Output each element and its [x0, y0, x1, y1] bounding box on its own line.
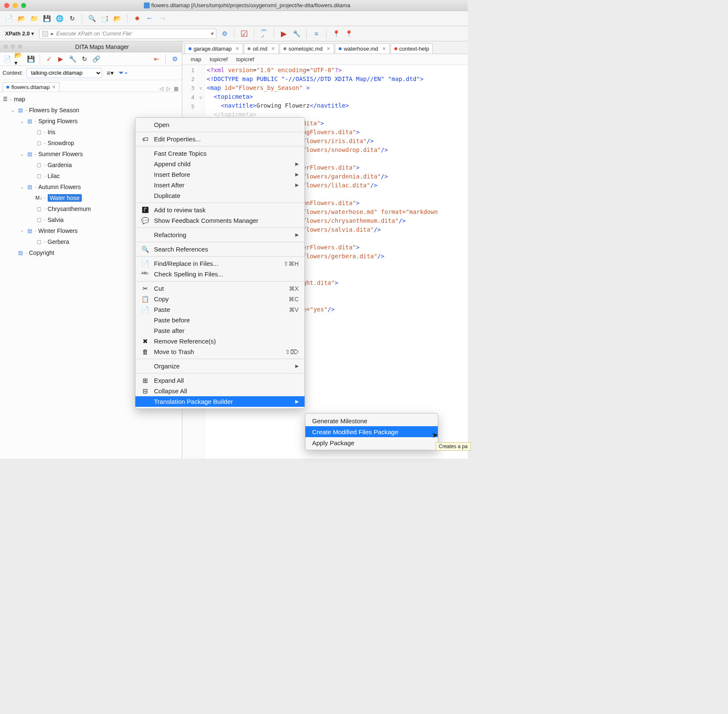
- submenu-item[interactable]: Generate Milestone: [305, 415, 438, 426]
- minimize-window-icon[interactable]: [13, 3, 18, 8]
- breadcrumb-item[interactable]: topicref: [236, 56, 254, 62]
- menu-item[interactable]: Translation Package Builder▶: [135, 396, 305, 407]
- tab-prev-icon[interactable]: ◁: [159, 86, 163, 92]
- context-funnel-icon[interactable]: ⏷▾: [118, 68, 127, 78]
- editor-tab[interactable]: oil.md✕: [244, 43, 279, 54]
- xpath-input[interactable]: ▸ Execute XPath on 'Current File' ▾: [39, 29, 216, 39]
- zoom-window-icon[interactable]: [21, 3, 26, 8]
- validate-map-icon[interactable]: ✓: [44, 54, 54, 64]
- panel-dot-icon[interactable]: [18, 44, 22, 49]
- close-tab-icon[interactable]: ✕: [271, 46, 275, 51]
- menu-item[interactable]: Insert Before▶: [135, 169, 305, 180]
- new-map-icon[interactable]: 📄: [3, 54, 12, 64]
- topic-icon: ▢: [35, 129, 42, 135]
- run-map-icon[interactable]: ▶: [56, 54, 65, 64]
- menu-item[interactable]: Paste after: [135, 325, 305, 336]
- editor-tab[interactable]: garage.ditamap✕: [185, 43, 243, 54]
- menu-item[interactable]: Insert After▶: [135, 180, 305, 190]
- menu-icon: 📄: [141, 260, 149, 268]
- open-url-icon[interactable]: 📁: [30, 14, 39, 23]
- expand-icon[interactable]: ⌄: [19, 185, 24, 189]
- expand-icon[interactable]: ⌄: [19, 152, 24, 157]
- find-replace-icon[interactable]: 📑: [100, 14, 109, 23]
- menu-item[interactable]: 📄Paste⌘V: [135, 304, 305, 315]
- spellcheck-icon[interactable]: ᴬᴮᶜ✓: [259, 29, 269, 38]
- menu-item[interactable]: Fast Create Topics: [135, 148, 305, 159]
- panel-dot-icon[interactable]: [11, 44, 15, 49]
- menu-item[interactable]: 🏷Edit Properties...: [135, 134, 305, 144]
- expand-icon[interactable]: ⌄: [10, 108, 15, 113]
- menu-item[interactable]: 💬Show Feedback Comments Manager: [135, 215, 305, 226]
- menu-item[interactable]: 📋Copy⌘C: [135, 294, 305, 304]
- open-folder-icon[interactable]: 📂: [17, 14, 26, 23]
- bookmark-icon[interactable]: ✹: [132, 14, 142, 23]
- close-window-icon[interactable]: [4, 3, 9, 8]
- panel-settings-icon[interactable]: ⚙: [170, 54, 179, 64]
- menu-item[interactable]: 🔍Search References: [135, 244, 305, 254]
- editor-tab[interactable]: waterhose.md✕: [335, 43, 390, 54]
- close-tab-icon[interactable]: ✕: [382, 46, 386, 51]
- window-titlebar: flowers.ditamap [/Users/tomjoht/projects…: [0, 0, 468, 11]
- menu-item[interactable]: ᴬᴮᶜCheck Spelling in Files...: [135, 269, 305, 279]
- tree-root[interactable]: ☰-map: [1, 94, 181, 105]
- close-tab-icon[interactable]: ✕: [326, 46, 330, 51]
- new-file-icon[interactable]: 📄: [4, 14, 13, 23]
- submenu-item[interactable]: Apply Package: [305, 437, 438, 448]
- pin-green-icon[interactable]: 📍: [344, 29, 353, 38]
- breadcrumb-item[interactable]: topicref: [210, 56, 228, 62]
- tab-next-icon[interactable]: ▷: [167, 86, 170, 92]
- expand-icon[interactable]: ⌄: [19, 119, 24, 124]
- gear-icon[interactable]: ⚙: [220, 29, 229, 38]
- xpath-version-selector[interactable]: XPath 2.0 ▾: [3, 30, 36, 38]
- close-tab-icon[interactable]: ✕: [235, 46, 239, 51]
- tab-status-icon: [283, 47, 286, 50]
- tree-node[interactable]: ⌄▤-Flowers by Season: [1, 105, 181, 116]
- menu-item[interactable]: ✂Cut⌘X: [135, 283, 305, 294]
- menu-item[interactable]: Organize▶: [135, 361, 305, 371]
- config-map-icon[interactable]: 🔧: [68, 54, 77, 64]
- expand-icon[interactable]: ›: [19, 229, 24, 233]
- context-filter-icon[interactable]: ≡▾: [105, 68, 115, 78]
- submenu-item[interactable]: Create Modified Files Package: [305, 426, 438, 437]
- link-map-icon[interactable]: 🔗: [92, 54, 101, 64]
- editor-tab[interactable]: sometopic.md✕: [280, 43, 334, 54]
- save-map-icon[interactable]: 💾: [26, 54, 35, 64]
- configure-transform-icon[interactable]: 🔧: [292, 29, 301, 38]
- menu-item[interactable]: Refactoring▶: [135, 230, 305, 240]
- reload-icon[interactable]: ↻: [67, 14, 77, 23]
- menu-item[interactable]: 🅵Add to review task: [135, 205, 305, 215]
- run-transform-icon[interactable]: ▶: [279, 29, 289, 38]
- menu-item[interactable]: Open: [135, 119, 305, 130]
- menu-item[interactable]: ✖Remove Reference(s): [135, 336, 305, 346]
- save-icon[interactable]: 💾: [42, 14, 51, 23]
- close-tab-icon[interactable]: ✕: [52, 84, 56, 90]
- pin-red-icon[interactable]: 📍: [332, 29, 341, 38]
- browse-icon[interactable]: 📂: [113, 14, 122, 23]
- indent-icon[interactable]: ≡: [312, 29, 321, 38]
- panel-dot-icon[interactable]: [3, 44, 8, 49]
- menu-item[interactable]: Paste before: [135, 315, 305, 325]
- tab-list-icon[interactable]: ▦: [174, 86, 178, 92]
- context-select[interactable]: talking-circle.ditamap: [26, 68, 102, 78]
- tab-status-icon: [339, 47, 342, 50]
- tab-status-icon: [189, 47, 191, 50]
- menu-item[interactable]: ⊞Expand All: [135, 375, 305, 386]
- refresh-map-icon[interactable]: ↻: [80, 54, 89, 64]
- forward-icon[interactable]: →: [158, 14, 167, 23]
- validate-icon[interactable]: ☑: [240, 29, 249, 38]
- breadcrumb[interactable]: maptopicreftopicref: [182, 54, 468, 65]
- menu-item[interactable]: Duplicate: [135, 190, 305, 201]
- search-icon[interactable]: 🔍: [87, 14, 97, 23]
- menu-item[interactable]: 🗑Move to Trash⇧⌦: [135, 346, 305, 357]
- breadcrumb-item[interactable]: map: [191, 56, 201, 62]
- collapse-panel-icon[interactable]: ⇤: [152, 54, 161, 64]
- menu-item[interactable]: ⊟Collapse All: [135, 386, 305, 396]
- menu-icon: 🏷: [141, 135, 149, 143]
- panel-tab[interactable]: flowers.ditamap ✕: [3, 82, 59, 92]
- open-map-icon[interactable]: 📂▾: [14, 54, 24, 64]
- back-icon[interactable]: ←: [145, 14, 154, 23]
- menu-item[interactable]: Append child▶: [135, 159, 305, 169]
- menu-item[interactable]: 📄Find/Replace in Files...⇧⌘H: [135, 258, 305, 269]
- editor-tab[interactable]: context-help: [391, 43, 433, 54]
- globe-icon[interactable]: 🌐: [55, 14, 64, 23]
